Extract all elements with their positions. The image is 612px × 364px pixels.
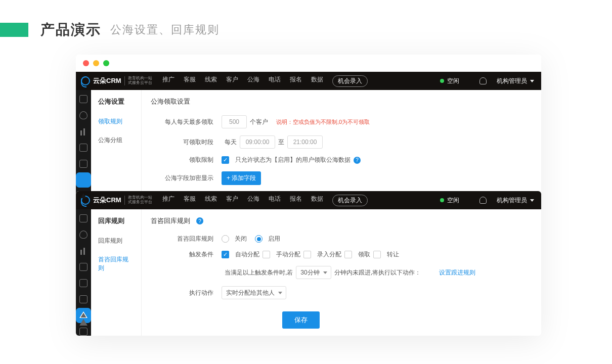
nav-signup[interactable]: 报名 (290, 75, 302, 87)
row-action: 执行动作 实时分配给其他人 (151, 286, 532, 299)
encrypt-label: 公海字段加密显示 (151, 174, 222, 183)
top-nav: 推广 客服 线索 客户 公海 电话 报名 数据 机会录入 (162, 195, 368, 206)
close-dot[interactable] (83, 60, 89, 66)
top-nav: 推广 客服 线索 客户 公海 电话 报名 数据 机会录入 (162, 75, 368, 87)
cb-manual-assign[interactable] (263, 251, 270, 258)
rail-icon-6[interactable] (79, 295, 88, 303)
brand-desc: 教育机构一站式服务云平台 (124, 196, 152, 205)
radio-on[interactable] (255, 235, 263, 243)
rail-icon-4[interactable] (79, 263, 88, 271)
accent-block (0, 23, 28, 37)
row-encrypt-fields: 公海字段加密显示 + 添加字段 (151, 171, 532, 185)
time-from-input[interactable] (240, 135, 275, 149)
claim-limit-label: 领取限制 (151, 156, 222, 164)
nav-service[interactable]: 客服 (184, 195, 196, 206)
rail-chart-icon[interactable] (79, 247, 88, 255)
nav-data[interactable]: 数据 (311, 75, 323, 87)
row-trigger: 触发条件 自动分配 手动分配 录入分配 领取 转让 (151, 250, 532, 259)
help-icon[interactable]: ? (196, 217, 203, 224)
sub-first-consult-rules[interactable]: 首咨回库规则 (91, 250, 141, 278)
action-dropdown[interactable]: 实时分配给其他人 (222, 286, 286, 299)
window-return-rules: 云朵CRM 教育机构一站式服务云平台 推广 客服 线索 客户 公海 电话 报名 … (76, 191, 541, 336)
row-enable: 首咨回库规则 关闭 启用 (151, 235, 532, 243)
nav-customers[interactable]: 客户 (226, 75, 238, 87)
icon-rail (76, 209, 91, 336)
enable-label: 首咨回库规则 (151, 235, 222, 243)
sub-nav: 回库规则 回库规则 首咨回库规则 (91, 209, 142, 336)
enabled-only-checkbox[interactable] (222, 156, 229, 164)
rail-triangle-icon[interactable] (79, 311, 88, 326)
user-menu[interactable]: 机构管理员 (497, 196, 534, 205)
section-title: 首咨回库规则? (151, 216, 532, 225)
timeout-dropdown[interactable]: 30分钟 (296, 266, 331, 279)
cb-auto-assign[interactable] (222, 251, 229, 258)
user-menu[interactable]: 机构管理员 (497, 77, 534, 85)
opportunity-entry-button[interactable]: 机会录入 (332, 75, 368, 87)
rail-icon-1[interactable] (79, 214, 88, 222)
rail-shield-icon[interactable] (79, 231, 88, 239)
brand-name: 云朵CRM (93, 196, 121, 205)
nav-phone[interactable]: 电话 (269, 75, 281, 87)
rail-public-sea-icon[interactable] (79, 176, 88, 184)
rail-icon-1[interactable] (79, 95, 88, 103)
opportunity-entry-button[interactable]: 机会录入 (332, 195, 368, 206)
nav-phone[interactable]: 电话 (269, 195, 281, 206)
nav-leads[interactable]: 线索 (205, 75, 217, 87)
app-topbar: 云朵CRM 教育机构一站式服务云平台 推广 客服 线索 客户 公海 电话 报名 … (76, 191, 541, 209)
chevron-down-icon (530, 80, 534, 82)
brand-logo: 云朵CRM 教育机构一站式服务云平台 (76, 196, 157, 205)
sub-nav-title: 回库规则 (91, 209, 141, 232)
rail-icon-4[interactable] (79, 144, 88, 152)
content-area: 首咨回库规则? 首咨回库规则 关闭 启用 触发条件 自动分配 手动分配 录入分配… (142, 209, 541, 336)
nav-leads[interactable]: 线索 (205, 195, 217, 206)
nav-signup[interactable]: 报名 (290, 195, 302, 206)
app-topbar: 云朵CRM 教育机构一站式服务云平台 推广 客服 线索 客户 公海 电话 报名 … (76, 72, 541, 90)
zoom-dot[interactable] (103, 60, 109, 66)
status-indicator[interactable]: 空闲 (440, 196, 459, 205)
set-follow-rule-link[interactable]: 设置跟进规则 (439, 268, 475, 277)
nav-data[interactable]: 数据 (311, 195, 323, 206)
nav-promo[interactable]: 推广 (162, 195, 174, 206)
mac-traffic-lights (76, 55, 541, 72)
nav-public-sea[interactable]: 公海 (247, 195, 259, 206)
add-field-button[interactable]: + 添加字段 (222, 171, 261, 185)
nav-public-sea[interactable]: 公海 (247, 75, 259, 87)
bell-icon[interactable] (479, 197, 487, 204)
daily-limit-unit: 个客户 (250, 118, 268, 126)
brand-name: 云朵CRM (93, 76, 121, 85)
cb-transfer[interactable] (373, 251, 381, 258)
cb-claim[interactable] (344, 251, 352, 258)
rail-shield-icon[interactable] (79, 111, 88, 119)
radio-off[interactable] (222, 235, 229, 243)
help-icon[interactable]: ? (354, 157, 361, 164)
action-label: 执行动作 (151, 289, 222, 297)
status-dot-icon (440, 79, 444, 83)
nav-customers[interactable]: 客户 (226, 195, 238, 206)
time-to-input[interactable] (287, 135, 323, 149)
logo-icon (81, 76, 90, 85)
slide-title: 产品演示 (40, 20, 101, 39)
rail-icon-5[interactable] (79, 160, 88, 168)
status-indicator[interactable]: 空闲 (440, 77, 459, 85)
row-time-range: 可领取时段 每天 至 (151, 135, 532, 149)
time-to-text: 至 (278, 138, 284, 147)
save-button[interactable]: 保存 (282, 311, 320, 329)
rail-icon-5[interactable] (79, 279, 88, 287)
section-title: 公海领取设置 (151, 97, 532, 106)
rail-icon-8[interactable] (79, 328, 88, 336)
rail-chart-icon[interactable] (79, 127, 88, 135)
chevron-down-icon (530, 199, 534, 202)
sub-return-rules[interactable]: 回库规则 (91, 232, 141, 250)
time-range-label: 可领取时段 (151, 138, 222, 147)
bell-icon[interactable] (479, 77, 487, 84)
cb-entry-assign[interactable] (303, 251, 311, 258)
sub-sea-groups[interactable]: 公海分组 (91, 131, 141, 150)
sub-claim-rules[interactable]: 领取规则 (91, 112, 141, 131)
minimize-dot[interactable] (93, 60, 99, 66)
nav-promo[interactable]: 推广 (162, 75, 174, 87)
slide-title-bar: 产品演示 公海设置、回库规则 (0, 0, 612, 55)
daily-limit-input[interactable] (222, 115, 247, 128)
daily-limit-note: 说明：空或负值为不限制,0为不可领取 (276, 118, 370, 126)
enabled-only-text: 只允许状态为【启用】的用户领取公海数据 (235, 156, 351, 164)
nav-service[interactable]: 客服 (184, 75, 196, 87)
